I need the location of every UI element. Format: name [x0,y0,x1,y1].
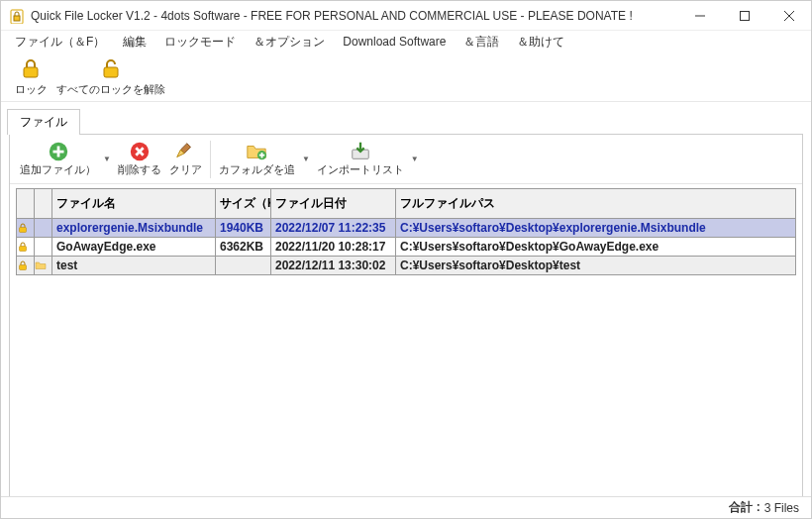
col-path[interactable]: フルファイルパス [396,189,796,219]
plus-circle-icon [48,141,69,162]
unlock-all-label: すべてのロックを解除 [56,82,165,97]
toolbar-separator [210,141,211,178]
menu-lockmode[interactable]: ロックモード [156,32,244,52]
cell-name: explorergenie.Msixbundle [52,219,216,238]
unlock-all-button[interactable]: すべてのロックを解除 [56,54,165,100]
add-folder-label: カフォルダを追 [219,162,295,177]
cell-date: 2022/12/11 13:30:02 [271,257,396,275]
titlebar: Quick File Locker V1.2 - 4dots Software … [1,1,811,31]
col-icon2[interactable] [35,189,52,219]
menu-help[interactable]: ＆助けて [509,32,572,52]
clear-button[interactable]: クリア [165,138,206,181]
status-file-count: 3 Files [764,501,799,515]
cell-path: C:¥Users¥softaro¥Desktop¥test [396,257,796,275]
add-file-dropdown[interactable]: ▼ [100,155,114,163]
lock-icon [17,238,35,257]
table-row[interactable]: GoAwayEdge.exe6362KB2022/11/20 10:28:17C… [17,238,796,257]
table-header-row: ファイル名 サイズ（KB） ファイル日付 フルファイルパス [17,189,796,219]
window-title: Quick File Locker V1.2 - 4dots Software … [31,9,677,23]
svg-rect-3 [740,11,749,20]
tab-files[interactable]: ファイル [7,109,80,135]
add-file-button[interactable]: 追加ファイル） [16,138,100,181]
menu-language[interactable]: ＆言語 [456,32,507,52]
file-table: ファイル名 サイズ（KB） ファイル日付 フルファイルパス explorerge… [16,188,796,275]
cell-name: test [52,257,216,275]
action-toolbar: 追加ファイル） ▼ 削除する クリア カフォルダを追 ▼ インポートリスト ▼ [10,135,802,184]
folder-plus-icon [246,141,267,162]
file-table-wrap: ファイル名 サイズ（KB） ファイル日付 フルファイルパス explorerge… [10,184,802,519]
svg-rect-14 [20,265,27,270]
cell-size: 1940KB [216,219,271,238]
import-icon [350,141,371,162]
col-date[interactable]: ファイル日付 [271,189,396,219]
statusbar: 合計 : 3 Files [1,496,811,518]
cell-date: 2022/12/07 11:22:35 [271,219,396,238]
menubar: ファイル（＆F） 編集 ロックモード ＆オプション Download Softw… [1,31,811,52]
delete-label: 削除する [118,162,161,177]
import-list-button[interactable]: インポートリスト [313,138,408,181]
cell-size [216,257,271,275]
menu-download[interactable]: Download Software [335,33,454,51]
menu-file[interactable]: ファイル（＆F） [7,32,113,52]
x-circle-icon [129,141,151,162]
lock-icon [17,257,35,275]
menu-options[interactable]: ＆オプション [246,32,333,52]
content-panel: 追加ファイル） ▼ 削除する クリア カフォルダを追 ▼ インポートリスト ▼ [9,134,803,519]
add-file-label: 追加ファイル） [20,162,96,177]
add-folder-button[interactable]: カフォルダを追 [215,138,299,181]
cell-date: 2022/11/20 10:28:17 [271,238,396,257]
cell-path: C:¥Users¥softaro¥Desktop¥GoAwayEdge.exe [396,238,796,257]
col-size[interactable]: サイズ（KB） [216,189,271,219]
folder-icon [35,257,52,275]
blank-cell [35,219,52,238]
broom-icon [174,141,196,162]
tabstrip: ファイル [7,108,811,134]
lock-icon [19,56,43,80]
cell-name: GoAwayEdge.exe [52,238,216,257]
table-row[interactable]: test2022/12/11 13:30:02C:¥Users¥softaro¥… [17,257,796,275]
close-button[interactable] [766,1,811,31]
import-list-label: インポートリスト [317,162,404,177]
svg-rect-7 [104,67,118,77]
cell-size: 6362KB [216,238,271,257]
lock-button[interactable]: ロック [5,54,56,100]
col-icon1[interactable] [17,189,35,219]
cell-path: C:¥Users¥softaro¥Desktop¥explorergenie.M… [396,219,796,238]
maximize-button[interactable] [722,1,766,31]
main-toolbar: ロック すべてのロックを解除 [1,52,811,102]
minimize-button[interactable] [677,1,722,31]
import-list-dropdown[interactable]: ▼ [408,155,422,163]
svg-rect-12 [20,228,27,233]
col-name[interactable]: ファイル名 [52,189,216,219]
add-folder-dropdown[interactable]: ▼ [299,155,313,163]
table-row[interactable]: explorergenie.Msixbundle1940KB2022/12/07… [17,219,796,238]
blank-cell [35,238,52,257]
lock-icon [17,219,35,238]
clear-label: クリア [169,162,202,177]
menu-edit[interactable]: 編集 [115,32,154,52]
svg-rect-1 [14,16,20,21]
lock-label: ロック [15,82,48,97]
unlock-icon [99,56,123,80]
status-total-label: 合計 : [729,499,760,516]
app-icon [9,8,25,24]
svg-rect-6 [24,67,38,77]
delete-button[interactable]: 削除する [114,138,165,181]
svg-rect-13 [20,247,27,252]
